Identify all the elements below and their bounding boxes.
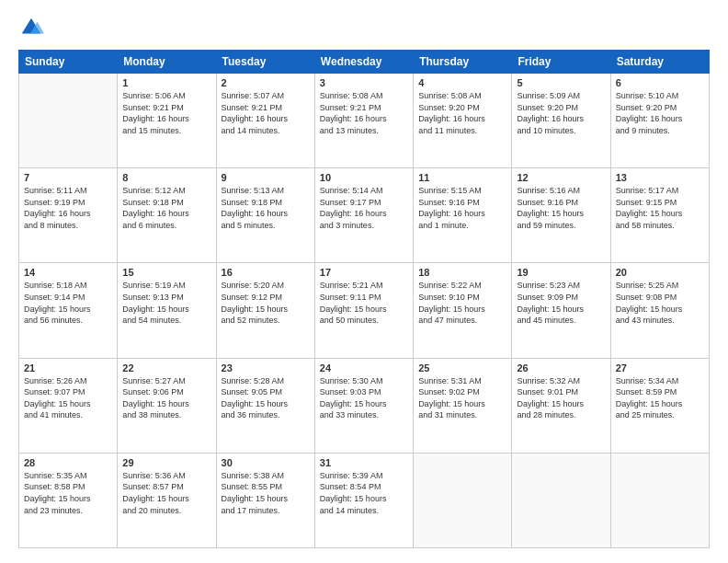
- day-number: 8: [122, 172, 210, 183]
- calendar-cell: 12Sunrise: 5:16 AM Sunset: 9:16 PM Dayli…: [512, 168, 610, 263]
- calendar-cell: 29Sunrise: 5:36 AM Sunset: 8:57 PM Dayli…: [118, 453, 216, 547]
- day-info: Sunrise: 5:09 AM Sunset: 9:20 PM Dayligh…: [517, 90, 605, 136]
- calendar-cell: 18Sunrise: 5:22 AM Sunset: 9:10 PM Dayli…: [414, 263, 512, 358]
- day-number: 23: [222, 362, 310, 373]
- weekday-header-thursday: Thursday: [414, 51, 512, 74]
- day-number: 7: [24, 172, 112, 183]
- day-number: 26: [517, 362, 605, 373]
- calendar-cell: 30Sunrise: 5:38 AM Sunset: 8:55 PM Dayli…: [216, 453, 314, 547]
- day-info: Sunrise: 5:32 AM Sunset: 9:01 PM Dayligh…: [517, 375, 605, 421]
- day-number: 28: [24, 457, 112, 468]
- day-info: Sunrise: 5:16 AM Sunset: 9:16 PM Dayligh…: [517, 185, 605, 231]
- day-number: 2: [222, 77, 310, 88]
- calendar-cell: 6Sunrise: 5:10 AM Sunset: 9:20 PM Daylig…: [610, 74, 709, 168]
- day-info: Sunrise: 5:38 AM Sunset: 8:55 PM Dayligh…: [222, 470, 310, 516]
- calendar-cell: [19, 74, 118, 168]
- calendar-week-row: 28Sunrise: 5:35 AM Sunset: 8:58 PM Dayli…: [19, 453, 710, 547]
- weekday-header-row: SundayMondayTuesdayWednesdayThursdayFrid…: [19, 51, 710, 74]
- calendar-cell: 2Sunrise: 5:07 AM Sunset: 9:21 PM Daylig…: [216, 74, 314, 168]
- calendar-cell: 5Sunrise: 5:09 AM Sunset: 9:20 PM Daylig…: [512, 74, 610, 168]
- day-info: Sunrise: 5:39 AM Sunset: 8:54 PM Dayligh…: [320, 470, 408, 516]
- day-number: 13: [616, 172, 704, 183]
- calendar-cell: 16Sunrise: 5:20 AM Sunset: 9:12 PM Dayli…: [216, 263, 314, 358]
- day-info: Sunrise: 5:17 AM Sunset: 9:15 PM Dayligh…: [616, 185, 704, 231]
- day-number: 22: [122, 362, 210, 373]
- day-number: 3: [320, 77, 408, 88]
- day-info: Sunrise: 5:22 AM Sunset: 9:10 PM Dayligh…: [418, 280, 506, 326]
- logo-icon: [18, 15, 44, 40]
- weekday-header-saturday: Saturday: [610, 51, 709, 74]
- day-info: Sunrise: 5:20 AM Sunset: 9:12 PM Dayligh…: [222, 280, 310, 326]
- day-info: Sunrise: 5:36 AM Sunset: 8:57 PM Dayligh…: [122, 470, 210, 516]
- day-number: 29: [122, 457, 210, 468]
- day-number: 20: [616, 267, 704, 278]
- day-info: Sunrise: 5:08 AM Sunset: 9:21 PM Dayligh…: [320, 90, 408, 136]
- calendar-cell: 23Sunrise: 5:28 AM Sunset: 9:05 PM Dayli…: [216, 358, 314, 453]
- day-number: 5: [517, 77, 605, 88]
- day-info: Sunrise: 5:25 AM Sunset: 9:08 PM Dayligh…: [616, 280, 704, 326]
- calendar-cell: 8Sunrise: 5:12 AM Sunset: 9:18 PM Daylig…: [118, 168, 216, 263]
- day-number: 27: [616, 362, 704, 373]
- day-info: Sunrise: 5:35 AM Sunset: 8:58 PM Dayligh…: [24, 470, 112, 516]
- calendar-week-row: 7Sunrise: 5:11 AM Sunset: 9:19 PM Daylig…: [19, 168, 710, 263]
- calendar-table: SundayMondayTuesdayWednesdayThursdayFrid…: [18, 50, 710, 548]
- calendar-cell: 21Sunrise: 5:26 AM Sunset: 9:07 PM Dayli…: [19, 358, 118, 453]
- day-info: Sunrise: 5:34 AM Sunset: 8:59 PM Dayligh…: [616, 375, 704, 421]
- day-number: 30: [222, 457, 310, 468]
- day-info: Sunrise: 5:28 AM Sunset: 9:05 PM Dayligh…: [222, 375, 310, 421]
- day-info: Sunrise: 5:26 AM Sunset: 9:07 PM Dayligh…: [24, 375, 112, 421]
- day-number: 19: [517, 267, 605, 278]
- day-info: Sunrise: 5:23 AM Sunset: 9:09 PM Dayligh…: [517, 280, 605, 326]
- day-info: Sunrise: 5:13 AM Sunset: 9:18 PM Dayligh…: [222, 185, 310, 231]
- logo: [18, 15, 48, 40]
- day-number: 24: [320, 362, 408, 373]
- calendar-cell: [512, 453, 610, 547]
- day-number: 9: [222, 172, 310, 183]
- calendar-cell: 11Sunrise: 5:15 AM Sunset: 9:16 PM Dayli…: [414, 168, 512, 263]
- day-info: Sunrise: 5:27 AM Sunset: 9:06 PM Dayligh…: [122, 375, 210, 421]
- day-info: Sunrise: 5:07 AM Sunset: 9:21 PM Dayligh…: [222, 90, 310, 136]
- day-info: Sunrise: 5:10 AM Sunset: 9:20 PM Dayligh…: [616, 90, 704, 136]
- calendar-cell: 22Sunrise: 5:27 AM Sunset: 9:06 PM Dayli…: [118, 358, 216, 453]
- calendar-cell: 15Sunrise: 5:19 AM Sunset: 9:13 PM Dayli…: [118, 263, 216, 358]
- calendar-cell: 7Sunrise: 5:11 AM Sunset: 9:19 PM Daylig…: [19, 168, 118, 263]
- weekday-header-monday: Monday: [118, 51, 216, 74]
- day-number: 25: [418, 362, 506, 373]
- calendar-week-row: 14Sunrise: 5:18 AM Sunset: 9:14 PM Dayli…: [19, 263, 710, 358]
- calendar-cell: 4Sunrise: 5:08 AM Sunset: 9:20 PM Daylig…: [414, 74, 512, 168]
- day-info: Sunrise: 5:15 AM Sunset: 9:16 PM Dayligh…: [418, 185, 506, 231]
- calendar-cell: 27Sunrise: 5:34 AM Sunset: 8:59 PM Dayli…: [610, 358, 709, 453]
- day-number: 12: [517, 172, 605, 183]
- day-number: 10: [320, 172, 408, 183]
- calendar-cell: 19Sunrise: 5:23 AM Sunset: 9:09 PM Dayli…: [512, 263, 610, 358]
- page: SundayMondayTuesdayWednesdayThursdayFrid…: [0, 0, 728, 563]
- weekday-header-tuesday: Tuesday: [216, 51, 314, 74]
- calendar-cell: 13Sunrise: 5:17 AM Sunset: 9:15 PM Dayli…: [610, 168, 709, 263]
- day-number: 17: [320, 267, 408, 278]
- day-number: 31: [320, 457, 408, 468]
- weekday-header-friday: Friday: [512, 51, 610, 74]
- header: [18, 15, 710, 40]
- day-number: 11: [418, 172, 506, 183]
- weekday-header-sunday: Sunday: [19, 51, 118, 74]
- day-info: Sunrise: 5:12 AM Sunset: 9:18 PM Dayligh…: [122, 185, 210, 231]
- weekday-header-wednesday: Wednesday: [314, 51, 413, 74]
- day-number: 4: [418, 77, 506, 88]
- day-info: Sunrise: 5:30 AM Sunset: 9:03 PM Dayligh…: [320, 375, 408, 421]
- day-number: 14: [24, 267, 112, 278]
- calendar-cell: 3Sunrise: 5:08 AM Sunset: 9:21 PM Daylig…: [314, 74, 413, 168]
- calendar-cell: 20Sunrise: 5:25 AM Sunset: 9:08 PM Dayli…: [610, 263, 709, 358]
- calendar-week-row: 1Sunrise: 5:06 AM Sunset: 9:21 PM Daylig…: [19, 74, 710, 168]
- calendar-week-row: 21Sunrise: 5:26 AM Sunset: 9:07 PM Dayli…: [19, 358, 710, 453]
- day-number: 16: [222, 267, 310, 278]
- day-info: Sunrise: 5:08 AM Sunset: 9:20 PM Dayligh…: [418, 90, 506, 136]
- calendar-cell: [610, 453, 709, 547]
- calendar-cell: 31Sunrise: 5:39 AM Sunset: 8:54 PM Dayli…: [314, 453, 413, 547]
- day-info: Sunrise: 5:19 AM Sunset: 9:13 PM Dayligh…: [122, 280, 210, 326]
- day-info: Sunrise: 5:21 AM Sunset: 9:11 PM Dayligh…: [320, 280, 408, 326]
- calendar-cell: 10Sunrise: 5:14 AM Sunset: 9:17 PM Dayli…: [314, 168, 413, 263]
- day-info: Sunrise: 5:11 AM Sunset: 9:19 PM Dayligh…: [24, 185, 112, 231]
- calendar-cell: 9Sunrise: 5:13 AM Sunset: 9:18 PM Daylig…: [216, 168, 314, 263]
- day-number: 15: [122, 267, 210, 278]
- calendar-cell: 24Sunrise: 5:30 AM Sunset: 9:03 PM Dayli…: [314, 358, 413, 453]
